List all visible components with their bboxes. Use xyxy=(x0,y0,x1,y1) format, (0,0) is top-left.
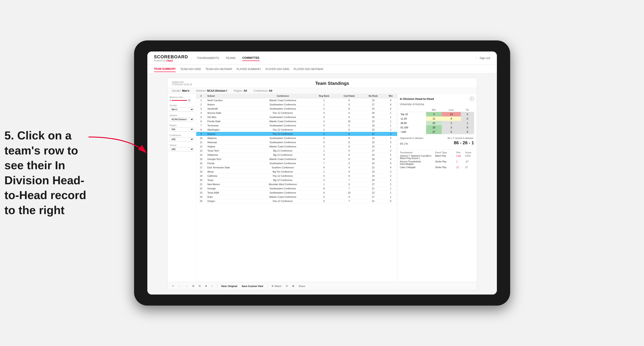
cell-num: 19 xyxy=(196,174,206,178)
table-row[interactable]: 10 Alabama Southeastern Conference 5 8 2… xyxy=(196,136,397,140)
filter-division-select[interactable]: NCAA Division I xyxy=(170,117,194,122)
cell-school: Georgia Tech xyxy=(206,157,254,161)
cell-conference: Pac-12 Conference xyxy=(254,132,312,136)
h2h-close-button[interactable]: × xyxy=(470,97,474,101)
table-row[interactable]: 17 East Tennessee State Southern Confere… xyxy=(196,166,397,170)
table-row[interactable]: 11 Arkansas Southeastern Conference 6 8 … xyxy=(196,140,397,145)
cell-school: Arizona xyxy=(206,132,254,136)
cell-num: 23 xyxy=(196,191,206,195)
cell-win: 2 xyxy=(384,174,397,178)
table-row[interactable]: 16 Florida Southeastern Conference 7 9 2… xyxy=(196,161,397,166)
filter-region-select[interactable]: N/A xyxy=(170,127,194,132)
table-row[interactable]: 21 New Mexico Mountain West Conference 1… xyxy=(196,182,397,186)
table-row[interactable]: 23 Texas A&M Southeastern Conference 9 1… xyxy=(196,191,397,195)
table-row[interactable]: 15 Georgia Tech Atlantic Coast Conferenc… xyxy=(196,157,397,161)
toolbar-watch[interactable]: 👁 Watch xyxy=(270,284,283,288)
table-row[interactable]: 7 Tennessee Southeastern Conference 4 6 … xyxy=(196,124,397,128)
table-row[interactable]: 1 North Carolina Atlantic Coast Conferen… xyxy=(196,98,397,103)
subnav-team-h2h-grid[interactable]: TEAM H2H GRID xyxy=(180,66,201,72)
table-row[interactable]: 6 Florida State Atlantic Coast Conferenc… xyxy=(196,119,397,124)
cell-school: East Tennessee State xyxy=(206,166,254,170)
cell-rounds: 30 xyxy=(362,157,384,161)
table-body: 1 North Carolina Atlantic Coast Conferen… xyxy=(196,98,397,203)
cell-reg-rank: 8 xyxy=(312,186,336,191)
tournament-row: Arizona Thunderbirds Intercollegiate Str… xyxy=(400,161,474,165)
cell-conf-rank: 9 xyxy=(336,182,362,186)
cell-conf-rank: 8 xyxy=(336,132,362,136)
h2h-row: 26-50 25 2 1 xyxy=(400,121,474,125)
tournament-rows: Jackson T. Stephens Cup Men's Match-Play… xyxy=(400,155,474,169)
table-row[interactable]: 22 Georgia Southeastern Conference 8 7 2… xyxy=(196,186,397,191)
cell-conference: Pac-12 Conference xyxy=(254,174,312,178)
cell-num: 24 xyxy=(196,195,206,199)
h2h-win: 25 xyxy=(426,121,442,125)
table-row[interactable]: 18 Illinois Big Ten Conference 1 9 23 3 xyxy=(196,170,397,174)
toolbar-undo[interactable]: ↩ xyxy=(171,284,176,288)
th-score: Score xyxy=(465,151,474,154)
cell-conference: Southeastern Conference xyxy=(254,103,312,107)
filter-school-select[interactable]: (All) xyxy=(170,147,194,151)
table-row[interactable]: 8 Washington Pac-12 Conference 2 8 23 1 xyxy=(196,128,397,132)
filter-gender-select[interactable]: Men's Women's xyxy=(170,107,194,112)
table-row[interactable]: 20 Texas Big 12 Conference 3 7 20 2 xyxy=(196,178,397,182)
filter-school-label: School xyxy=(170,144,194,147)
sign-out-button[interactable]: Sign out xyxy=(476,56,490,60)
toolbar-back[interactable]: ← xyxy=(177,284,182,288)
cell-win: 1 xyxy=(384,128,397,132)
toolbar-view-original[interactable]: View: Original xyxy=(220,284,238,288)
table-row[interactable]: 19 California Pac-12 Conference 4 8 24 2 xyxy=(196,174,397,178)
cell-conf-rank: 8 xyxy=(336,157,362,161)
cell-win: 6 xyxy=(384,103,397,107)
annotation-text: 5. Click on a team's row to see their In… xyxy=(4,128,88,218)
toolbar-clock[interactable]: ○ xyxy=(210,284,214,288)
table-row[interactable]: 13 Texas Tech Big 12 Conference 1 9 27 2 xyxy=(196,149,397,153)
toolbar-save-custom[interactable]: Save Custom View xyxy=(240,284,264,288)
table-row[interactable]: 5 Ole Miss Southeastern Conference 3 6 1… xyxy=(196,115,397,119)
toolbar-collapse[interactable]: ⊟ xyxy=(197,284,202,288)
cell-reg-rank: 5 xyxy=(312,136,336,140)
nav-tournaments[interactable]: TOURNAMENTS xyxy=(197,55,219,61)
filter-division-display: Division: NCAA Division I xyxy=(196,89,227,92)
filter-conference-select[interactable]: (All) xyxy=(170,137,194,141)
cell-school: Texas Tech xyxy=(206,149,254,153)
subnav-player-h2h-grid[interactable]: PLAYER H2H GRID xyxy=(266,66,289,72)
table-row[interactable]: 24 Duke Atlantic Coast Conference 5 9 27… xyxy=(196,195,397,199)
cell-rounds: 21 xyxy=(362,186,384,191)
cell-rounds: 24 xyxy=(362,153,384,157)
subnav-team-summary[interactable]: TEAM SUMMARY xyxy=(154,66,176,72)
cell-num: 7 xyxy=(196,124,206,128)
cell-reg-rank: 3 xyxy=(312,145,336,149)
opponents-row: Opponents in division: W-L-T record in-d… xyxy=(400,137,474,139)
subnav-player-summary[interactable]: PLAYER SUMMARY xyxy=(237,66,261,72)
cell-school: New Mexico xyxy=(206,182,254,186)
cell-conference: Atlantic Coast Conference xyxy=(254,119,312,124)
range-slider[interactable] xyxy=(172,100,187,101)
toolbar-icon1[interactable]: ⊡ xyxy=(284,284,289,288)
toolbar-expand[interactable]: ⊞ xyxy=(191,284,196,288)
cell-conf-rank: 8 xyxy=(336,128,362,132)
slider-val: 4 xyxy=(170,99,171,102)
table-row[interactable]: 12 Virginia Atlantic Coast Conference 3 … xyxy=(196,145,397,149)
table-row[interactable]: 2 Auburn Southeastern Conference 1 9 27 … xyxy=(196,103,397,107)
cell-num: 8 xyxy=(196,128,206,132)
table-row[interactable]: 9 Arizona Pac-12 Conference 5 8 22 3 xyxy=(196,132,397,136)
cell-conf-rank: 6 xyxy=(336,124,362,128)
toolbar-forward[interactable]: → xyxy=(184,284,189,288)
table-row[interactable]: 3 Vanderbilt Southeastern Conference 2 8… xyxy=(196,107,397,111)
cell-conf-rank: 10 xyxy=(336,191,362,195)
nav-committee[interactable]: COMMITTEE xyxy=(242,55,260,61)
h2h-win: 3 xyxy=(426,112,442,117)
t-name: Jackson T. Stephens Cup Men's Match-Play… xyxy=(400,155,436,160)
toolbar-share[interactable]: Share xyxy=(297,284,306,288)
toolbar-icon2[interactable]: ⊠ xyxy=(291,284,296,288)
table-row[interactable]: 14 Oklahoma Big 12 Conference 3 6 24 2 xyxy=(196,153,397,157)
content-card: Update time: 27/03/2024 16:56:26 Team St… xyxy=(167,78,477,290)
subnav-player-h2h-heatmap[interactable]: PLAYER H2H HEATMAP xyxy=(294,66,324,72)
subnav-team-h2h-heatmap[interactable]: TEAM H2H HEATMAP xyxy=(205,66,232,72)
toolbar-add[interactable]: ⊕ xyxy=(204,284,208,288)
nav-teams[interactable]: TEAMS xyxy=(226,55,236,61)
cell-reg-rank: 3 xyxy=(312,178,336,182)
cell-rounds: 27 xyxy=(362,103,384,107)
table-row[interactable]: 4 Arizona State Pac-12 Conference 4 6 26… xyxy=(196,111,397,115)
table-row[interactable]: 25 Oregon Pac-12 Conference 5 7 21 0 xyxy=(196,199,397,203)
